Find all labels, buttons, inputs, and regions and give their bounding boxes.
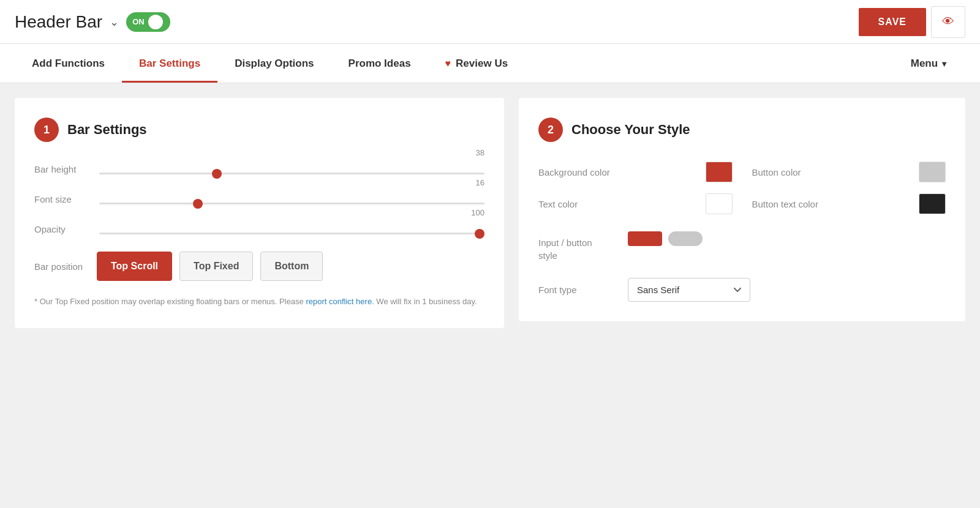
input-button-labels: Input / button style bbox=[538, 231, 618, 261]
opacity-label: Opacity bbox=[34, 224, 89, 234]
color-grid: Background color Button color Text color… bbox=[538, 162, 946, 214]
button-color-row: Button color bbox=[752, 162, 946, 182]
style-btn-square[interactable] bbox=[628, 231, 662, 246]
toggle-label: ON bbox=[132, 17, 145, 26]
conflict-note: * Our Top Fixed position may overlap exi… bbox=[34, 296, 484, 308]
bar-settings-card: 1 Bar Settings Bar height 38 Font size 1… bbox=[15, 98, 504, 328]
preview-button[interactable]: 👁 bbox=[931, 6, 965, 38]
heart-icon: ♥ bbox=[445, 58, 451, 69]
bar-settings-header: 1 Bar Settings bbox=[34, 118, 484, 142]
tab-promo-ideas[interactable]: Promo Ideas bbox=[331, 44, 428, 83]
font-type-label: Font type bbox=[538, 285, 618, 295]
style-settings-header: 2 Choose Your Style bbox=[538, 118, 946, 142]
bar-height-slider-wrapper: 38 bbox=[99, 162, 484, 177]
button-color-label: Button color bbox=[752, 167, 911, 177]
font-size-value: 16 bbox=[476, 178, 484, 187]
font-size-row: Font size 16 bbox=[34, 192, 484, 207]
bar-settings-title: Bar Settings bbox=[67, 122, 147, 138]
bar-position-row: Bar position Top Scroll Top Fixed Bottom bbox=[34, 252, 484, 281]
input-button-label: Input / button bbox=[538, 237, 618, 248]
tab-display-options[interactable]: Display Options bbox=[217, 44, 331, 83]
opacity-slider-wrapper: 100 bbox=[99, 222, 484, 237]
top-fixed-button[interactable]: Top Fixed bbox=[179, 252, 253, 281]
header-left: Header Bar ⌄ ON bbox=[15, 12, 170, 32]
font-size-label: Font size bbox=[34, 194, 89, 204]
tab-add-functions[interactable]: Add Functions bbox=[15, 44, 122, 83]
text-color-row: Text color bbox=[538, 193, 733, 214]
text-color-label: Text color bbox=[538, 199, 697, 209]
menu-chevron-icon: ▼ bbox=[940, 59, 948, 69]
tab-review-us[interactable]: ♥ Review Us bbox=[428, 44, 526, 83]
style-label: style bbox=[538, 248, 618, 261]
bar-position-label: Bar position bbox=[34, 261, 89, 272]
font-type-select[interactable]: Sans Serif Serif Monospace Cursive bbox=[628, 278, 750, 302]
opacity-value: 100 bbox=[471, 208, 484, 217]
bar-height-slider[interactable] bbox=[99, 173, 484, 174]
font-size-slider-wrapper: 16 bbox=[99, 192, 484, 207]
opacity-slider[interactable] bbox=[99, 233, 484, 234]
input-button-row: Input / button style bbox=[538, 231, 946, 261]
button-color-swatch[interactable] bbox=[919, 162, 946, 182]
text-color-swatch[interactable] bbox=[706, 193, 733, 214]
button-text-color-label: Button text color bbox=[752, 199, 911, 209]
style-settings-title: Choose Your Style bbox=[571, 122, 690, 138]
step-badge-1: 1 bbox=[34, 118, 59, 142]
conflict-note-text2: We will fix in 1 business day. bbox=[376, 297, 477, 306]
bottom-button[interactable]: Bottom bbox=[260, 252, 323, 281]
style-btn-rounded[interactable] bbox=[668, 231, 703, 246]
chevron-down-icon[interactable]: ⌄ bbox=[110, 15, 119, 29]
tab-bar-settings[interactable]: Bar Settings bbox=[122, 44, 217, 83]
top-header: Header Bar ⌄ ON SAVE 👁 bbox=[0, 0, 980, 44]
page-title: Header Bar bbox=[15, 12, 102, 32]
button-text-color-row: Button text color bbox=[752, 193, 946, 214]
style-options bbox=[628, 231, 703, 246]
conflict-note-text: * Our Top Fixed position may overlap exi… bbox=[34, 297, 304, 306]
button-text-color-swatch[interactable] bbox=[919, 193, 946, 214]
main-content: 1 Bar Settings Bar height 38 Font size 1… bbox=[0, 83, 980, 343]
bar-height-value: 38 bbox=[476, 148, 484, 157]
conflict-link[interactable]: report conflict here. bbox=[306, 297, 374, 306]
font-size-slider[interactable] bbox=[99, 203, 484, 204]
header-right: SAVE 👁 bbox=[859, 6, 965, 38]
eye-icon: 👁 bbox=[942, 15, 954, 29]
bg-color-swatch[interactable] bbox=[706, 162, 733, 182]
bg-color-label: Background color bbox=[538, 167, 697, 177]
bar-height-label: Bar height bbox=[34, 164, 89, 174]
bar-height-row: Bar height 38 bbox=[34, 162, 484, 177]
tabs-bar: Add Functions Bar Settings Display Optio… bbox=[0, 44, 980, 83]
toggle-button[interactable]: ON bbox=[126, 12, 170, 32]
style-settings-card: 2 Choose Your Style Background color But… bbox=[519, 98, 965, 321]
opacity-row: Opacity 100 bbox=[34, 222, 484, 237]
bg-color-row: Background color bbox=[538, 162, 733, 182]
save-button[interactable]: SAVE bbox=[859, 8, 926, 36]
font-type-row: Font type Sans Serif Serif Monospace Cur… bbox=[538, 278, 946, 302]
on-off-toggle[interactable]: ON bbox=[126, 12, 170, 32]
tab-menu[interactable]: Menu ▼ bbox=[894, 44, 965, 83]
toggle-circle bbox=[148, 15, 163, 29]
top-scroll-button[interactable]: Top Scroll bbox=[97, 252, 172, 281]
step-badge-2: 2 bbox=[538, 118, 563, 142]
